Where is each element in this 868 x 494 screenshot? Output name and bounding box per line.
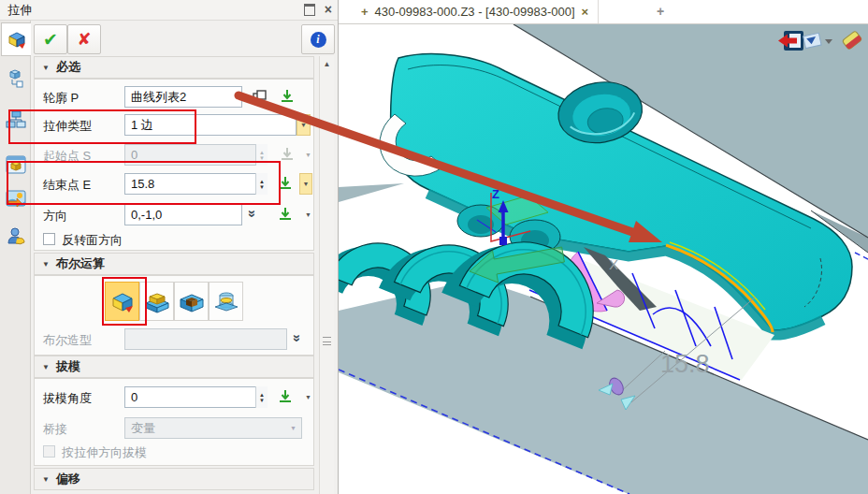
draft-angle-caret-icon[interactable]: ▼ — [301, 386, 315, 408]
bridge-label: 桥接 — [43, 421, 67, 438]
section-boolean[interactable]: ▼ 布尔运算 — [34, 253, 314, 275]
document-tabbar: + 430-09983-000.Z3 - [430-09983-000] × + — [339, 0, 868, 24]
confirm-button[interactable]: ✔ — [34, 24, 67, 54]
start-pick-icon — [279, 146, 296, 167]
bridge-caret-icon: ▼ — [290, 425, 297, 431]
dimension-value: 15.8 — [660, 350, 710, 378]
check-icon: ✔ — [43, 29, 58, 51]
draft-angle-spinner[interactable]: ▲▼ — [255, 386, 268, 408]
cancel-button[interactable]: ✘ — [67, 24, 101, 54]
axis-x-label: X — [609, 256, 618, 272]
direction-pick-icon[interactable] — [277, 206, 294, 226]
direction-expand-icon[interactable]: » — [245, 210, 261, 217]
direction-label: 方向 — [43, 208, 67, 225]
boolean-intersect-icon[interactable] — [209, 282, 243, 321]
scroll-up-icon[interactable]: ▲ — [320, 60, 334, 68]
draft-angle-pick-icon[interactable] — [277, 388, 294, 409]
assembly-tree-icon[interactable] — [3, 65, 29, 92]
direction-input[interactable]: 0,-1,0 — [124, 204, 242, 225]
new-tab-button[interactable]: + — [657, 4, 664, 19]
draft-dir-label: 按拉伸方向拔模 — [62, 444, 147, 461]
draft-angle-input[interactable]: 0 — [124, 386, 268, 408]
tab-title: 430-09983-000.Z3 - [430-09983-000] — [375, 5, 575, 19]
extrude-type-select[interactable]: 1 边 — [124, 114, 297, 136]
end-label: 结束点 E — [43, 177, 91, 194]
end-spinner[interactable]: ▲▼ — [255, 173, 268, 195]
section-required[interactable]: ▼ 必选 — [34, 56, 314, 79]
section-offset[interactable]: ▼ 偏移 — [34, 468, 314, 490]
tab-close-icon[interactable]: × — [582, 5, 589, 19]
start-spinner: ▲▼ — [255, 144, 268, 166]
app-window: 拉伸 × — [0, 0, 868, 494]
profile-list-icon[interactable] — [253, 90, 268, 107]
scene-3d[interactable]: Z X 15.8 — [339, 24, 868, 494]
solid-view-icon[interactable] — [3, 152, 29, 178]
start-label: 起始点 S — [43, 148, 91, 165]
extrude-dialog: 拉伸 × — [0, 0, 339, 494]
user-role-icon[interactable] — [3, 223, 29, 249]
extrude-tool-icon[interactable] — [1, 22, 31, 56]
close-icon[interactable]: × — [325, 3, 332, 16]
bool-shape-input — [124, 328, 287, 350]
axis-z-label: Z — [492, 187, 499, 201]
info-button[interactable]: i — [301, 24, 335, 54]
flip-label[interactable]: 反转面方向 — [62, 232, 123, 249]
dialog-title: 拉伸 — [7, 2, 32, 19]
start-caret-icon: ▼ — [301, 144, 315, 166]
profile-input[interactable]: 曲线列表2 — [124, 86, 242, 108]
viewport-3d[interactable]: Z X 15.8 — [339, 24, 868, 494]
bridge-select: 变量 ▼ — [124, 417, 302, 439]
view-mode-icon[interactable] — [803, 33, 821, 48]
profile-label: 轮廓 P — [43, 90, 79, 107]
document-tab[interactable]: + 430-09983-000.Z3 - [430-09983-000] × — [352, 0, 599, 23]
end-pick-icon[interactable] — [277, 175, 294, 196]
bool-shape-label: 布尔造型 — [43, 332, 92, 349]
restore-icon[interactable] — [304, 4, 315, 16]
profile-pick-icon[interactable] — [279, 88, 296, 109]
dialog-scrollbar[interactable]: ▲ — [319, 56, 334, 494]
extrude-type-label: 拉伸类型 — [43, 118, 92, 135]
boolean-base-icon[interactable] — [105, 282, 139, 321]
section-draft[interactable]: ▼ 拔模 — [34, 356, 314, 378]
flip-checkbox[interactable] — [43, 233, 55, 245]
tab-plus-icon: + — [361, 5, 369, 19]
history-manager-icon[interactable] — [3, 107, 29, 133]
x-icon: ✘ — [77, 29, 91, 50]
scroll-grip[interactable] — [323, 337, 331, 345]
dialog-titlebar[interactable]: 拉伸 × — [0, 0, 338, 21]
bool-shape-expand-icon[interactable]: » — [290, 334, 306, 341]
extrude-type-caret-icon[interactable]: ▼ — [297, 114, 311, 136]
boolean-remove-icon[interactable] — [174, 282, 209, 321]
draft-angle-label: 拔模角度 — [43, 390, 92, 407]
end-input[interactable]: 15.8 — [124, 173, 268, 195]
end-caret-icon[interactable]: ▼ — [299, 173, 312, 195]
direction-caret-icon[interactable]: ▼ — [301, 204, 315, 225]
info-icon: i — [311, 32, 326, 48]
collapse-triangle-icon: ▼ — [42, 64, 50, 72]
start-input: 0 — [124, 144, 268, 166]
boolean-add-icon[interactable] — [139, 282, 174, 321]
side-toolstrip — [0, 21, 31, 494]
draft-dir-checkbox — [43, 445, 55, 458]
render-image-icon[interactable] — [3, 185, 29, 211]
